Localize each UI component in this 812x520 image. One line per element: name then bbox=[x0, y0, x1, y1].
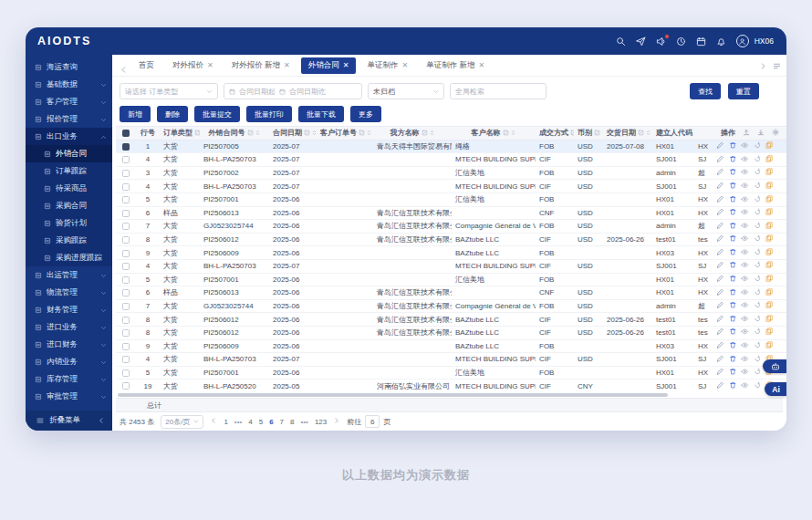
delete-icon[interactable] bbox=[729, 141, 737, 151]
edit-icon[interactable] bbox=[716, 261, 724, 271]
view-icon[interactable] bbox=[741, 341, 749, 351]
row-checkbox[interactable] bbox=[122, 289, 130, 296]
delete-icon[interactable] bbox=[729, 222, 737, 232]
view-icon[interactable] bbox=[741, 234, 749, 244]
refresh-icon[interactable] bbox=[754, 155, 762, 165]
copy-icon[interactable] bbox=[765, 248, 774, 258]
upload-icon[interactable] bbox=[743, 129, 750, 138]
reset-button[interactable]: 重置 bbox=[728, 83, 759, 99]
row-checkbox[interactable] bbox=[122, 382, 130, 390]
sort-icon[interactable] bbox=[510, 130, 516, 138]
copy-icon[interactable] bbox=[765, 261, 774, 271]
delete-icon[interactable] bbox=[729, 315, 737, 325]
copy-icon[interactable] bbox=[765, 275, 774, 285]
delete-icon[interactable] bbox=[729, 341, 737, 351]
delete-icon[interactable] bbox=[729, 155, 737, 165]
refresh-icon[interactable] bbox=[754, 368, 762, 378]
view-icon[interactable] bbox=[741, 381, 749, 391]
filter-edit-icon[interactable] bbox=[570, 130, 574, 138]
tab-0[interactable]: 首页 bbox=[131, 57, 161, 74]
clock-icon[interactable] bbox=[676, 36, 686, 47]
refresh-icon[interactable] bbox=[754, 355, 762, 365]
refresh-icon[interactable] bbox=[754, 341, 762, 351]
row-checkbox[interactable] bbox=[122, 317, 130, 324]
delete-icon[interactable] bbox=[729, 248, 737, 258]
sidebar-item-10[interactable]: 内销业务 bbox=[26, 353, 112, 370]
view-icon[interactable] bbox=[741, 222, 749, 232]
tab-close-icon[interactable]: ✕ bbox=[401, 62, 408, 69]
delete-icon[interactable] bbox=[729, 288, 737, 298]
scrollbar-thumb[interactable] bbox=[118, 393, 668, 397]
delete-icon[interactable] bbox=[729, 355, 737, 365]
row-checkbox[interactable] bbox=[122, 343, 130, 350]
sidebar-item-12[interactable]: 审批管理 bbox=[26, 388, 112, 405]
delete-button[interactable]: 删除 bbox=[157, 106, 188, 122]
refresh-icon[interactable] bbox=[754, 168, 762, 178]
row-checkbox[interactable] bbox=[122, 183, 130, 191]
filter-edit-icon[interactable] bbox=[304, 130, 310, 138]
refresh-icon[interactable] bbox=[754, 301, 762, 311]
row-checkbox[interactable] bbox=[122, 263, 130, 270]
delete-icon[interactable] bbox=[729, 381, 737, 391]
filter-edit-icon[interactable] bbox=[359, 130, 365, 138]
row-checkbox[interactable] bbox=[122, 143, 130, 151]
copy-icon[interactable] bbox=[765, 168, 774, 178]
select-all-checkbox[interactable] bbox=[122, 130, 130, 137]
delete-icon[interactable] bbox=[729, 275, 737, 285]
filter-edit-icon[interactable] bbox=[194, 130, 200, 138]
delete-icon[interactable] bbox=[729, 234, 737, 244]
tabs-menu-icon[interactable] bbox=[773, 57, 781, 74]
row-checkbox[interactable] bbox=[122, 156, 130, 163]
row-checkbox[interactable] bbox=[122, 329, 130, 337]
row-checkbox[interactable] bbox=[122, 369, 130, 377]
delete-icon[interactable] bbox=[729, 301, 737, 311]
tab-3[interactable]: 外销合同✕ bbox=[301, 57, 357, 74]
global-search-input[interactable] bbox=[450, 83, 547, 99]
edit-icon[interactable] bbox=[716, 328, 724, 338]
row-checkbox[interactable] bbox=[122, 210, 130, 217]
filter-edit-icon[interactable] bbox=[638, 130, 644, 138]
copy-icon[interactable] bbox=[765, 155, 774, 165]
delete-icon[interactable] bbox=[729, 368, 737, 378]
sort-icon[interactable] bbox=[601, 130, 603, 138]
edit-icon[interactable] bbox=[716, 141, 724, 151]
sidebar-item-9[interactable]: 进口财务 bbox=[26, 336, 112, 353]
edit-icon[interactable] bbox=[716, 222, 724, 232]
delete-icon[interactable] bbox=[729, 195, 737, 205]
copy-icon[interactable] bbox=[765, 328, 774, 338]
view-icon[interactable] bbox=[741, 275, 749, 285]
view-icon[interactable] bbox=[741, 288, 749, 298]
refresh-icon[interactable] bbox=[754, 381, 762, 391]
edit-icon[interactable] bbox=[716, 234, 724, 244]
edit-icon[interactable] bbox=[716, 182, 724, 192]
tab-2[interactable]: 对外报价 新增✕ bbox=[224, 57, 297, 74]
tab-close-icon[interactable]: ✕ bbox=[284, 62, 290, 69]
copy-icon[interactable] bbox=[765, 301, 774, 311]
tab-1[interactable]: 对外报价✕ bbox=[165, 57, 221, 74]
sort-icon[interactable] bbox=[429, 130, 435, 138]
sidebar-subitem-1[interactable]: 订单跟踪 bbox=[26, 162, 112, 180]
sort-icon[interactable] bbox=[255, 130, 261, 138]
sidebar-item-7[interactable]: 财务管理 bbox=[26, 301, 112, 318]
sidebar-item-8[interactable]: 进口业务 bbox=[26, 318, 112, 336]
view-icon[interactable] bbox=[741, 301, 749, 311]
tab-4[interactable]: 单证制作✕ bbox=[359, 57, 415, 74]
refresh-icon[interactable] bbox=[754, 328, 762, 338]
send-icon[interactable] bbox=[636, 36, 646, 47]
batch-submit-button[interactable]: 批量提交 bbox=[194, 106, 240, 122]
pager-prev-icon[interactable] bbox=[210, 417, 217, 426]
refresh-icon[interactable] bbox=[754, 208, 762, 218]
sidebar-item-5[interactable]: 出运管理 bbox=[26, 266, 112, 284]
row-checkbox[interactable] bbox=[122, 170, 130, 177]
sidebar-item-0[interactable]: 海运查询 bbox=[26, 58, 112, 76]
edit-icon[interactable] bbox=[716, 341, 724, 351]
refresh-icon[interactable] bbox=[754, 288, 762, 298]
edit-icon[interactable] bbox=[716, 315, 724, 325]
gear-icon[interactable] bbox=[772, 129, 779, 138]
page-7[interactable]: 7 bbox=[280, 418, 284, 426]
tab-close-icon[interactable]: ✕ bbox=[343, 62, 349, 69]
sort-icon[interactable] bbox=[311, 130, 317, 138]
view-icon[interactable] bbox=[741, 208, 749, 218]
sidebar-subitem-2[interactable]: 待采商品 bbox=[26, 180, 112, 197]
view-icon[interactable] bbox=[741, 328, 749, 338]
